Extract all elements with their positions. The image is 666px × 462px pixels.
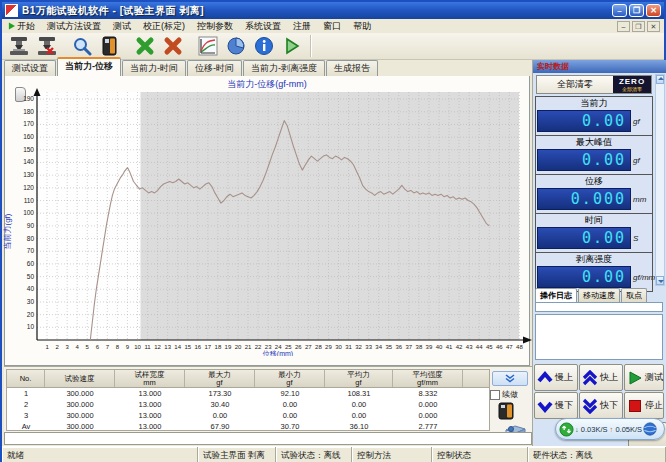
menu-item-4[interactable]: 校正(标定) bbox=[137, 20, 191, 33]
svg-text:28: 28 bbox=[315, 344, 322, 350]
zero-all-button[interactable]: 全部清零 ZERO 全部清零 bbox=[536, 75, 652, 94]
table-row-Av[interactable]: Av300.00013.00067.9030.7036.102.777 bbox=[7, 421, 489, 432]
collapse-button[interactable] bbox=[492, 371, 528, 386]
log-tab-移动速度[interactable]: 移动速度 bbox=[578, 288, 620, 302]
readout-时间: 时间0.00S bbox=[535, 213, 653, 252]
continue-checkbox[interactable] bbox=[490, 390, 500, 400]
svg-text:40: 40 bbox=[27, 285, 35, 292]
table-row-2[interactable]: 2300.00013.00030.400.000.000.000 bbox=[7, 399, 489, 410]
results-table[interactable]: No.试验速度试样宽度mm最大力gf最小力gf平均力gf平均强度gf/mm 13… bbox=[6, 369, 490, 431]
minimize-icon[interactable]: – bbox=[612, 4, 627, 17]
tab-当前力-时间[interactable]: 当前力-时间 bbox=[122, 60, 186, 76]
svg-text:32: 32 bbox=[355, 344, 362, 350]
note-strip[interactable] bbox=[4, 432, 532, 445]
column-unit: gf/mm bbox=[417, 379, 438, 387]
clear-red-button[interactable] bbox=[159, 33, 187, 59]
close-icon[interactable]: ✕ bbox=[646, 4, 661, 17]
readout-label: 当前力 bbox=[536, 97, 652, 109]
log-tab-取点[interactable]: 取点 bbox=[621, 288, 647, 302]
mdi-restore-icon[interactable]: ❐ bbox=[632, 21, 645, 32]
readout-label: 位移 bbox=[536, 175, 652, 187]
svg-text:41: 41 bbox=[446, 344, 453, 350]
readout-位移: 位移0.000mm bbox=[535, 174, 653, 213]
menu-item-3[interactable]: 测试 bbox=[107, 20, 137, 33]
network-icon bbox=[559, 422, 574, 437]
tab-位移-时间[interactable]: 位移-时间 bbox=[187, 60, 242, 76]
machine-button[interactable] bbox=[5, 33, 33, 59]
table-side-controls: 续做 bbox=[490, 369, 528, 431]
jog-button-label: 快上 bbox=[600, 371, 618, 384]
svg-text:48: 48 bbox=[516, 344, 523, 350]
column-header-No.[interactable]: No. bbox=[7, 370, 45, 387]
table-row-3[interactable]: 3300.00013.0000.000.000.000.000 bbox=[7, 410, 489, 421]
column-header-试验速度[interactable]: 试验速度 bbox=[45, 370, 115, 387]
cell: 0.00 bbox=[255, 410, 325, 421]
run-button[interactable] bbox=[278, 33, 306, 59]
停止-button[interactable]: 停止 bbox=[624, 392, 664, 419]
慢上-button[interactable]: 慢上 bbox=[534, 364, 578, 391]
menu-item-7[interactable]: 注册 bbox=[287, 20, 317, 33]
log-tab-操作日志[interactable]: 操作日志 bbox=[535, 288, 577, 302]
svg-text:36: 36 bbox=[395, 344, 402, 350]
svg-text:21: 21 bbox=[245, 344, 252, 350]
menu-item-6[interactable]: 系统设置 bbox=[239, 20, 287, 33]
tab-生成报告[interactable]: 生成报告 bbox=[326, 60, 378, 76]
慢下-button[interactable]: 慢下 bbox=[534, 392, 578, 419]
results-table-panel: No.试验速度试样宽度mm最大力gf最小力gf平均力gf平均强度gf/mm 13… bbox=[4, 366, 532, 432]
browser-globe-icon bbox=[643, 422, 657, 436]
column-header-平均强度[interactable]: 平均强度gf/mm bbox=[393, 370, 463, 387]
svg-text:120: 120 bbox=[23, 184, 34, 191]
column-header-平均力[interactable]: 平均力gf bbox=[325, 370, 393, 387]
scroll-down-icon[interactable] bbox=[656, 276, 664, 285]
log-tab-strip: 操作日志移动速度取点 bbox=[535, 288, 665, 302]
column-unit: mm bbox=[143, 379, 156, 387]
svg-text:位移(mm): 位移(mm) bbox=[263, 350, 293, 357]
machine-offline-button[interactable] bbox=[33, 33, 61, 59]
save-card-button[interactable] bbox=[498, 402, 520, 420]
readout-value: 0.00 bbox=[537, 149, 631, 171]
title-bar[interactable]: B1万能试验机软件 - [试验主界面 剥离] – ❐ ✕ bbox=[2, 2, 664, 19]
restore-icon[interactable]: ❐ bbox=[629, 4, 644, 17]
info-button[interactable] bbox=[250, 33, 278, 59]
menu-item-5[interactable]: 控制参数 bbox=[191, 20, 239, 33]
cell: 13.000 bbox=[115, 399, 185, 410]
menu-item-9[interactable]: 帮助 bbox=[347, 20, 377, 33]
log-input[interactable] bbox=[535, 302, 663, 312]
readouts-scrollbar[interactable] bbox=[655, 74, 665, 286]
svg-text:27: 27 bbox=[305, 344, 312, 350]
tab-测试设置[interactable]: 测试设置 bbox=[4, 60, 56, 76]
快上-button[interactable]: 快上 bbox=[579, 364, 623, 391]
column-header-最小力[interactable]: 最小力gf bbox=[255, 370, 325, 387]
menu-item-2[interactable]: 测试方法设置 bbox=[41, 20, 107, 33]
menu-item-1[interactable]: 开始 bbox=[2, 20, 41, 33]
column-header-最大力[interactable]: 最大力gf bbox=[185, 370, 255, 387]
tab-当前力-剥离强度[interactable]: 当前力-剥离强度 bbox=[243, 60, 325, 76]
clear-green-button[interactable] bbox=[131, 33, 159, 59]
download-arrow-icon: ↓ bbox=[575, 425, 579, 434]
clear-red-icon bbox=[163, 36, 183, 56]
toolbar bbox=[2, 33, 664, 60]
svg-text:30: 30 bbox=[27, 298, 35, 305]
快下-button[interactable]: 快下 bbox=[579, 392, 623, 419]
table-row-1[interactable]: 1300.00013.000173.3092.10108.318.332 bbox=[7, 388, 489, 399]
cell: 8.332 bbox=[393, 388, 463, 399]
log-list[interactable] bbox=[535, 314, 663, 360]
readout-row: 0.000mm bbox=[536, 187, 652, 213]
测试-button[interactable]: 测试 bbox=[624, 364, 664, 391]
network-speed-widget[interactable]: ↓ 0.03K/S ↑ 0.05K/S bbox=[555, 418, 665, 440]
mdi-close-icon[interactable]: ✕ bbox=[647, 21, 660, 32]
pie-chart-button[interactable] bbox=[222, 33, 250, 59]
readout-value: 0.00 bbox=[537, 266, 631, 288]
cell: 0.000 bbox=[393, 410, 463, 421]
save-card-button[interactable] bbox=[96, 33, 124, 59]
svg-text:12: 12 bbox=[154, 344, 161, 350]
zoom-button[interactable] bbox=[68, 33, 96, 59]
curves-button[interactable] bbox=[194, 33, 222, 59]
scroll-up-icon[interactable] bbox=[656, 75, 664, 84]
tab-当前力-位移[interactable]: 当前力-位移 bbox=[57, 57, 121, 76]
column-header-试样宽度[interactable]: 试样宽度mm bbox=[115, 370, 185, 387]
svg-text:160: 160 bbox=[23, 133, 34, 140]
mdi-minimize-icon[interactable]: – bbox=[617, 21, 630, 32]
svg-text:50: 50 bbox=[27, 273, 35, 280]
menu-item-8[interactable]: 窗口 bbox=[317, 20, 347, 33]
